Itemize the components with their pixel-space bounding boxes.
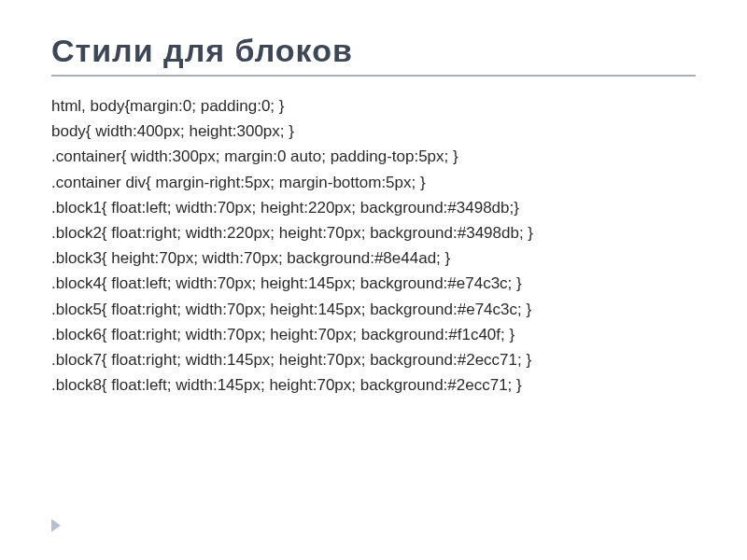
code-line: .block4{ float:left; width:70px; height:… xyxy=(51,271,696,296)
code-line: .block2{ float:right; width:220px; heigh… xyxy=(51,220,696,245)
code-line: .container div{ margin-right:5px; margin… xyxy=(51,170,696,195)
footer-arrow-icon xyxy=(51,519,61,532)
code-block: html, body{margin:0; padding:0; } body{ … xyxy=(51,93,696,398)
code-line: body{ width:400px; height:300px; } xyxy=(51,119,696,144)
code-line: .block8{ float:left; width:145px; height… xyxy=(51,372,696,398)
code-line: .container{ width:300px; margin:0 auto; … xyxy=(51,144,696,169)
code-line: .block6{ float:right; width:70px; height… xyxy=(51,322,696,347)
title-underline xyxy=(51,75,696,77)
code-line: .block7{ float:right; width:145px; heigh… xyxy=(51,347,696,372)
slide: Стили для блоков html, body{margin:0; pa… xyxy=(0,0,747,560)
code-line: .block3{ height:70px; width:70px; backgr… xyxy=(51,245,696,271)
code-line: .block5{ float:right; width:70px; height… xyxy=(51,297,696,322)
slide-title: Стили для блоков xyxy=(51,33,696,69)
code-line: html, body{margin:0; padding:0; } xyxy=(51,93,696,119)
code-line: .block1{ float:left; width:70px; height:… xyxy=(51,195,696,220)
